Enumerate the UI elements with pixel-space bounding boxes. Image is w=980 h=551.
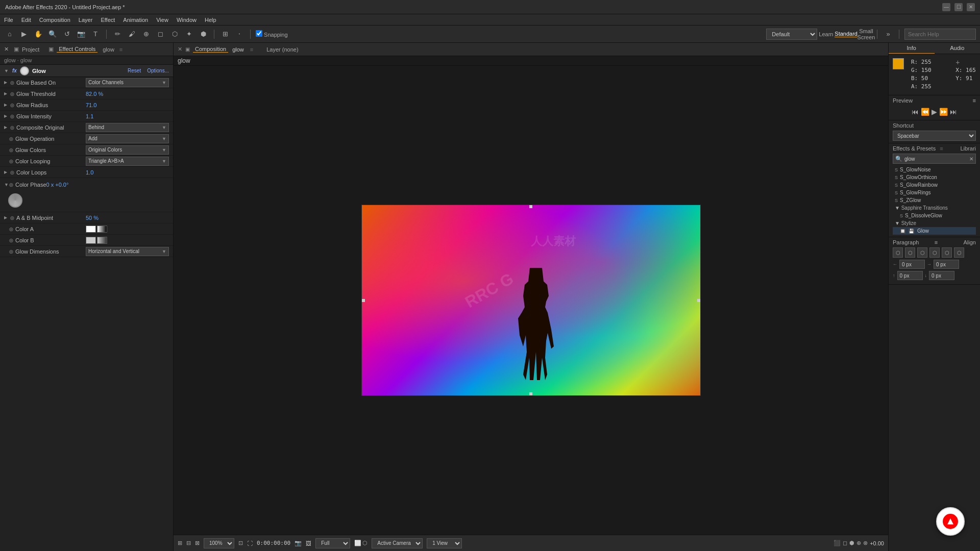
shortcut-dropdown[interactable]: Spacebar [893,131,976,141]
handle-right[interactable] [697,299,700,302]
eraser-tool[interactable]: ◻ [155,29,166,40]
ep-item-dissolveglow[interactable]: S S_DissolveGlow [893,212,976,219]
last-frame-button[interactable]: ⏭ [950,108,957,116]
ep-item-gloworthicon[interactable]: S S_GlowOrthicon [893,173,976,181]
space-after-input[interactable] [929,271,954,280]
ep-tab2[interactable]: Librari [960,145,976,152]
menu-file[interactable]: File [4,17,13,23]
comp-toggle-render[interactable]: ⊕ [856,540,861,546]
comp-snapshot-btn[interactable]: 📷 [295,540,302,546]
workspace-dropdown[interactable]: DefaultStandardSmall Screen [766,29,817,40]
menu-help[interactable]: Help [205,17,216,23]
composition-viewport[interactable]: RRC G 人人素材 [174,66,888,535]
home-button[interactable]: ⌂ [4,29,15,40]
comp-quality-dropdown[interactable]: Full Half Quarter [315,538,350,548]
panel-menu-btn[interactable]: ≡ [119,46,122,53]
brush-tool[interactable]: 🖌 [126,29,137,40]
first-frame-button[interactable]: ⏮ [912,108,919,116]
roto-tool[interactable]: ⬡ [169,29,180,40]
align-tool[interactable]: ⊞ [219,29,231,40]
snapping-checkbox[interactable] [256,30,262,37]
ep-item-glow[interactable]: 🔲 💾 Glow [893,227,976,235]
ep-menu-btn[interactable]: ≡ [940,145,943,152]
hand-tool[interactable]: ✋ [33,29,44,40]
glow-based-on-arrow[interactable]: ▶ [4,80,7,85]
camera-tool[interactable]: 📷 [76,29,87,40]
glow-dimensions-dropdown[interactable]: Horizontal and Vertical ▼ [86,247,169,256]
effect-controls-tab[interactable]: Effect Controls [57,46,97,53]
paragraph-menu-btn[interactable]: ≡ [935,239,938,245]
ep-stylize-collapse[interactable]: ▼ [895,220,901,226]
menu-layer[interactable]: Layer [79,17,93,23]
color-b-swatch-1[interactable] [86,237,96,244]
comp-fit-btn[interactable]: ⊡ [238,540,243,546]
active-camera-dropdown[interactable]: Active Camera [372,538,423,548]
menu-window[interactable]: Window [177,17,197,23]
audio-tab[interactable]: Audio [935,43,981,54]
ep-search-bar[interactable]: 🔍 ✕ [893,154,976,164]
comp-timecode[interactable]: 0:00:00:00 [257,540,290,546]
pen-tool[interactable]: ✏ [112,29,123,40]
puppet-tool[interactable]: ✦ [183,29,194,40]
comp-safe-zones[interactable]: ⊠ [195,540,200,546]
glow-threshold-value[interactable]: 82.0 % [86,91,169,97]
handle-left[interactable] [362,299,365,302]
small-screen-button[interactable]: Small Screen [861,29,872,40]
comp-zoom-dropdown[interactable]: 100% 50% 200% [204,538,234,548]
color-a-gradient[interactable] [97,226,107,233]
comp-view-options[interactable]: ⊞ [178,540,182,546]
clone-tool[interactable]: ⊕ [140,29,152,40]
comp-toggle-wireframe[interactable]: ⬢ [849,540,854,546]
comp-show-snapshot[interactable]: 🖼 [306,540,311,546]
extend-workspace-button[interactable]: » [883,29,894,40]
rotate-tool[interactable]: ↺ [61,29,72,40]
select-tool[interactable]: ▶ [18,29,30,40]
color-phase-value[interactable]: 0 x +0.0° [46,182,165,188]
handle-bottom[interactable] [529,392,532,395]
menu-animation[interactable]: Animation [123,17,148,23]
justify-left[interactable]: ⬡ [929,247,940,258]
standard-workspace[interactable]: Standard [835,31,857,37]
options-button[interactable]: Options... [147,68,169,73]
indent-left-input[interactable] [899,260,925,269]
comp-toggle-flow[interactable]: ⊗ [863,540,868,546]
ep-group-sapphire[interactable]: ▼ Sapphire Transitions [893,204,976,212]
glow-intensity-value[interactable]: 1.1 [86,113,169,119]
color-a-swatch-1[interactable] [86,226,96,233]
menu-edit[interactable]: Edit [21,17,31,23]
close-button[interactable]: ✕ [967,3,975,11]
glow-radius-value[interactable]: 71.0 [86,102,169,108]
menu-composition[interactable]: Composition [39,17,70,23]
ep-item-zglow[interactable]: S S_ZGlow [893,196,976,204]
comp-toggle-layer[interactable]: ◻ [843,540,847,546]
color-preview-swatch[interactable] [893,58,904,69]
maximize-button[interactable]: ☐ [954,3,963,11]
justify-center[interactable]: ⬡ [942,247,952,258]
reset-button[interactable]: Reset [128,68,141,73]
glow-operation-dropdown[interactable]: Add ▼ [86,134,169,143]
glow-icon[interactable] [20,66,29,76]
color-phase-wheel[interactable] [8,193,22,208]
play-button[interactable]: ▶ [932,108,937,116]
menu-effect[interactable]: Effect [101,17,115,23]
glow-colors-dropdown[interactable]: Original Colors ▼ [86,145,169,155]
comp-guide-btn[interactable]: ⊟ [186,540,191,546]
composition-tab[interactable]: Composition [193,46,228,53]
comp-panel-menu[interactable]: ≡ [250,46,253,53]
record-button[interactable] [936,507,965,536]
minimize-button[interactable]: — [942,3,950,11]
preview-menu-btn[interactable]: ≡ [973,97,976,104]
ep-group-stylize[interactable]: ▼ Stylize [893,219,976,227]
glow-intensity-arrow[interactable]: ▶ [4,114,7,118]
glow-based-on-dropdown[interactable]: Color Channels ▼ [86,78,169,87]
comp-close-btn[interactable]: ✕ [178,46,182,53]
color-b-gradient[interactable] [97,237,107,244]
composite-original-arrow[interactable]: ▶ [4,125,7,130]
next-frame-button[interactable]: ⏩ [939,108,948,116]
graph-tool[interactable]: ⬝ [234,29,245,40]
glow-threshold-arrow[interactable]: ▶ [4,91,7,96]
learn-button[interactable]: Learn [820,29,831,40]
prev-frame-button[interactable]: ⏪ [921,108,929,116]
color-looping-dropdown[interactable]: Triangle A>B>A ▼ [86,157,169,166]
align-left[interactable]: ⬡ [893,247,903,258]
